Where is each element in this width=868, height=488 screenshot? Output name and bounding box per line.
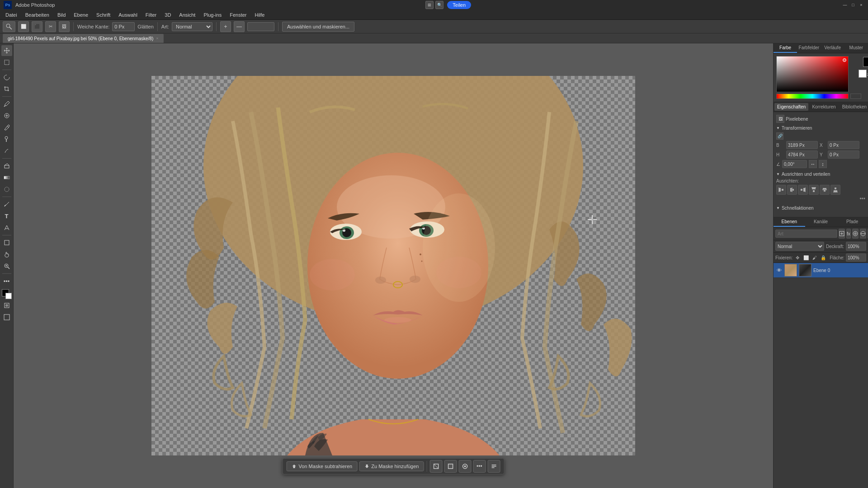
art-select[interactable]: Normal Fixiert Proportional (172, 22, 212, 31)
color-tab-muster[interactable]: Muster (844, 43, 868, 53)
b-input[interactable] (786, 141, 818, 149)
flip-v-icon[interactable]: ↕ (819, 160, 827, 168)
opacity-input[interactable] (846, 242, 866, 251)
gradient-tool[interactable] (1, 172, 12, 183)
tool-option1[interactable]: ⬜ (18, 21, 29, 32)
clone-stamp-tool[interactable] (1, 134, 12, 145)
move-tool[interactable] (1, 45, 12, 56)
menu-plugins[interactable]: Plug-ins (200, 11, 225, 19)
document-tab[interactable]: girl-1846490 Pexels auf Pixabay.jpg bei … (3, 34, 164, 43)
menu-datei[interactable]: Datei (2, 11, 21, 19)
tab-close-icon[interactable]: × (156, 36, 158, 41)
angle-input[interactable] (782, 160, 807, 168)
fix-position-icon[interactable]: ✥ (794, 253, 801, 262)
add-to-mask-button[interactable]: Zu Maske hinzufügen (359, 461, 424, 471)
layer-visibility-icon[interactable]: 👁 (775, 267, 783, 274)
crop-tool[interactable] (1, 84, 12, 94)
fix-pixels-icon[interactable]: ⬜ (802, 253, 810, 262)
canvas-area[interactable]: Von Maske subtrahieren Zu Maske hinzufüg… (14, 43, 773, 488)
menu-hilfe[interactable]: Hilfe (251, 11, 268, 19)
share-button[interactable]: Teilen (447, 1, 471, 9)
maximize-button[interactable]: □ (850, 2, 856, 8)
select-mask-button[interactable]: Auswählen und maskieren... (282, 22, 354, 32)
window-controls[interactable]: — □ × (842, 2, 864, 8)
blur-tool[interactable] (1, 184, 12, 195)
menu-fenster[interactable]: Fenster (226, 11, 250, 19)
extra-tools[interactable]: ••• (1, 276, 12, 286)
menu-ansicht[interactable]: Ansicht (175, 11, 199, 19)
zoom-tool[interactable] (1, 261, 12, 272)
menu-schrift[interactable]: Schrift (93, 11, 114, 19)
layer-row[interactable]: 👁 Ebene 0 (774, 263, 868, 278)
menu-auswahl[interactable]: Auswahl (115, 11, 141, 19)
layer-fx-btn[interactable]: fx (846, 229, 851, 239)
layers-tab-kanaele[interactable]: Kanäle (805, 217, 837, 227)
tool-option3[interactable]: ✂ (45, 21, 56, 32)
align-center-v-icon[interactable] (820, 185, 830, 195)
transform-header[interactable]: ▼ Transformieren (776, 126, 865, 131)
mask-tool-icon2[interactable] (444, 460, 457, 473)
new-group-btn[interactable] (839, 229, 845, 239)
size-input[interactable] (247, 22, 274, 31)
fix-paintbrush-icon[interactable]: 🖌 (811, 253, 818, 262)
menu-bearbeiten[interactable]: Bearbeiten (22, 11, 53, 19)
healing-tool[interactable] (1, 110, 12, 121)
fix-lock-icon[interactable]: 🔒 (820, 253, 827, 262)
layer-mask-btn[interactable] (852, 229, 859, 239)
props-tab-korrekturen[interactable]: Korrekturen (809, 103, 838, 111)
color-tab-verlaeufe[interactable]: Verläufe (821, 43, 844, 53)
mask-settings-icon[interactable] (487, 460, 500, 473)
align-top-icon[interactable] (809, 185, 819, 195)
props-tab-eigenschaften[interactable]: Eigenschaften (774, 103, 808, 111)
menu-ebene[interactable]: Ebene (70, 11, 92, 19)
eraser-tool[interactable] (1, 160, 12, 171)
ausrichten-header[interactable]: ▼ Ausrichten und verteilen (776, 172, 865, 177)
search-icon[interactable]: 🔍 (435, 1, 443, 9)
hue-slider[interactable] (776, 94, 849, 99)
color-tab-farbfelder[interactable]: Farbfelder (797, 43, 821, 53)
quick-selection-tool[interactable] (3, 21, 15, 32)
selection-tool[interactable] (1, 57, 12, 68)
y-input[interactable] (828, 150, 859, 159)
tool-option2[interactable]: ⬛ (32, 21, 42, 32)
adjustment-layer-btn[interactable] (860, 229, 866, 239)
foreground-swatch[interactable] (863, 57, 868, 67)
color-tab-farbe[interactable]: Farbe (774, 43, 797, 53)
lock-aspect-icon[interactable]: 🔗 (776, 132, 783, 140)
arrange-icon[interactable]: ⊞ (425, 1, 434, 9)
menu-bild[interactable]: Bild (54, 11, 69, 19)
menu-filter[interactable]: Filter (142, 11, 160, 19)
close-button[interactable]: × (858, 2, 864, 8)
align-bottom-icon[interactable] (830, 185, 840, 195)
x-input[interactable] (828, 141, 859, 149)
weiche-kante-input[interactable] (112, 22, 135, 31)
add-icon[interactable]: + (220, 21, 231, 32)
text-tool[interactable]: T (1, 211, 12, 221)
shape-tool[interactable] (1, 237, 12, 248)
mask-view-icon[interactable] (458, 460, 471, 473)
screen-mode[interactable] (1, 312, 12, 323)
eyedropper-tool[interactable] (1, 99, 12, 109)
color-gradient-picker[interactable] (776, 56, 849, 92)
hand-tool[interactable] (1, 249, 12, 260)
lasso-tool[interactable] (1, 72, 12, 83)
h-input[interactable] (786, 150, 818, 159)
tool-option4[interactable]: 🖼 (59, 21, 70, 32)
subtract-icon[interactable]: — (234, 21, 245, 32)
layers-tab-pfade[interactable]: Pfade (836, 217, 868, 227)
align-center-h-icon[interactable] (787, 185, 797, 195)
mask-tool-icon1[interactable] (429, 460, 442, 473)
history-brush-tool[interactable] (1, 145, 12, 156)
subtract-from-mask-button[interactable]: Von Maske subtrahieren (287, 461, 358, 471)
foreground-color[interactable] (2, 289, 12, 299)
align-left-icon[interactable] (776, 185, 786, 195)
blend-mode-select[interactable]: Normal Multiplizieren Bildschirm (775, 242, 824, 251)
minimize-button[interactable]: — (842, 2, 848, 8)
schnellaktionen-header[interactable]: ▼ Schnellaktionen (776, 206, 865, 211)
flip-h-icon[interactable]: ↔ (809, 160, 817, 168)
float-more-button[interactable]: ••• (473, 460, 486, 473)
layers-search-input[interactable] (775, 230, 837, 238)
path-selection-tool[interactable] (1, 222, 12, 233)
more-options-button[interactable]: ••• (859, 196, 865, 202)
align-right-icon[interactable] (798, 185, 808, 195)
